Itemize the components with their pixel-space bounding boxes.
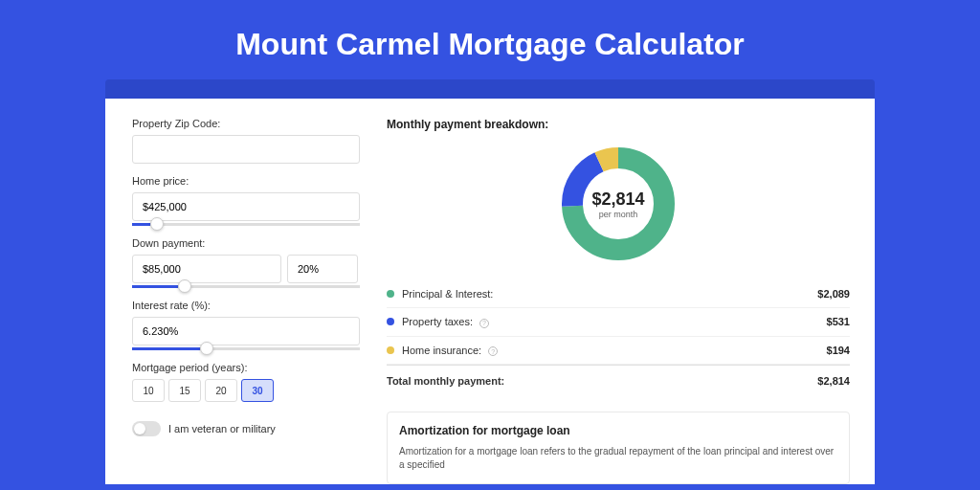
calculator-card: Property Zip Code: Home price: Down paym… [105, 99, 875, 484]
rate-slider-fill [132, 347, 200, 350]
legend-label-tax: Property taxes: ? [402, 316, 827, 328]
period-options: 10 15 20 30 [132, 379, 362, 402]
donut-center: $2,814 per month [591, 189, 644, 219]
legend-row-ins: Home insurance: ? $194 [387, 337, 850, 366]
rate-slider-thumb[interactable] [200, 342, 213, 355]
legend-label-tax-text: Property taxes: [402, 316, 473, 327]
legend-label-ins-text: Home insurance: [402, 345, 481, 356]
down-pct-input[interactable] [287, 255, 358, 283]
form-column: Property Zip Code: Home price: Down paym… [105, 99, 362, 484]
dot-green-icon [387, 290, 394, 298]
period-label: Mortgage period (years): [132, 362, 362, 373]
period-btn-10[interactable]: 10 [132, 379, 165, 402]
legend-row-tax: Property taxes: ? $531 [387, 308, 850, 337]
price-label: Home price: [132, 175, 362, 187]
price-slider[interactable] [132, 223, 360, 226]
legend-val-ins: $194 [827, 345, 850, 356]
down-field-group: Down payment: [132, 237, 362, 288]
down-slider-thumb[interactable] [178, 279, 191, 293]
legend-label-pi: Principal & Interest: [402, 288, 817, 300]
rate-label: Interest rate (%): [132, 300, 362, 311]
donut-sub: per month [591, 210, 644, 219]
period-btn-15[interactable]: 15 [168, 379, 201, 402]
info-icon[interactable]: ? [479, 319, 489, 328]
total-label: Total monthly payment: [387, 375, 817, 387]
zip-label: Property Zip Code: [132, 118, 362, 129]
breakdown-title: Monthly payment breakdown: [387, 118, 850, 131]
total-value: $2,814 [817, 375, 850, 387]
card-shadow: Property Zip Code: Home price: Down paym… [105, 79, 875, 484]
down-slider[interactable] [132, 285, 360, 288]
amortization-box: Amortization for mortgage loan Amortizat… [387, 412, 850, 484]
legend-label-ins: Home insurance: ? [402, 345, 827, 357]
donut-chart: $2,814 per month [561, 146, 676, 261]
total-row: Total monthly payment: $2,814 [387, 365, 850, 396]
rate-slider[interactable] [132, 347, 360, 350]
amortization-text: Amortization for a mortgage loan refers … [399, 445, 837, 472]
page-title: Mount Carmel Mortgage Calculator [0, 0, 980, 79]
price-slider-fill [132, 223, 150, 226]
price-field-group: Home price: [132, 175, 362, 226]
legend-val-tax: $531 [827, 316, 850, 327]
veteran-toggle-knob [134, 423, 145, 434]
veteran-label: I am veteran or military [168, 423, 276, 434]
breakdown-column: Monthly payment breakdown: $2,814 per mo… [362, 99, 875, 484]
price-input[interactable] [132, 192, 360, 221]
down-amount-input[interactable] [132, 255, 281, 283]
period-btn-30[interactable]: 30 [241, 379, 274, 402]
info-icon[interactable]: ? [488, 346, 498, 356]
amortization-title: Amortization for mortgage loan [399, 424, 837, 437]
down-slider-fill [132, 285, 178, 288]
dot-yellow-icon [387, 346, 394, 354]
zip-input[interactable] [132, 135, 360, 164]
rate-field-group: Interest rate (%): [132, 300, 362, 350]
veteran-row: I am veteran or military [132, 421, 362, 436]
veteran-toggle[interactable] [132, 421, 161, 436]
legend-val-pi: $2,089 [817, 288, 850, 300]
period-field-group: Mortgage period (years): 10 15 20 30 [132, 362, 362, 402]
dot-blue-icon [387, 318, 394, 325]
zip-field-group: Property Zip Code: [132, 118, 362, 164]
donut-chart-wrap: $2,814 per month [387, 146, 850, 261]
donut-amount: $2,814 [591, 189, 644, 210]
rate-input[interactable] [132, 317, 360, 345]
price-slider-thumb[interactable] [150, 217, 164, 231]
period-btn-20[interactable]: 20 [205, 379, 237, 402]
legend-row-pi: Principal & Interest: $2,089 [387, 280, 850, 308]
down-label: Down payment: [132, 237, 362, 249]
